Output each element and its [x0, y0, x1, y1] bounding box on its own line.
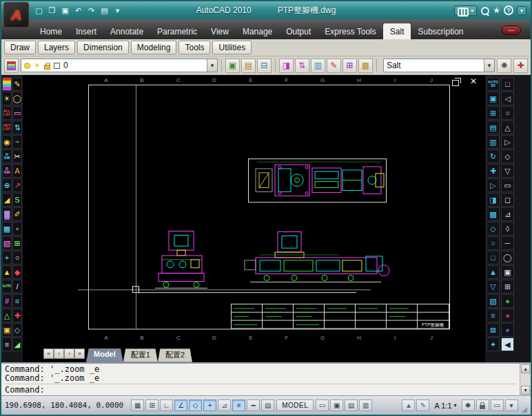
- layer-colors-tool[interactable]: [2, 77, 12, 91]
- quick-view-layouts-icon[interactable]: ▥: [359, 399, 372, 411]
- left-tool-icon[interactable]: ▲: [2, 265, 12, 279]
- toolbar-lock-icon[interactable]: [476, 399, 489, 411]
- right-tool-icon[interactable]: △: [501, 121, 514, 134]
- search-box[interactable]: ▾: [454, 6, 477, 16]
- layer-state-button-5[interactable]: ▩: [358, 59, 373, 73]
- layout-tab-scroll-0[interactable]: «: [43, 349, 54, 359]
- right-tool-icon[interactable]: ◇: [487, 222, 500, 236]
- help-icon[interactable]: ?: [504, 6, 513, 15]
- left-tool-icon[interactable]: ✐: [12, 207, 22, 221]
- left-tool-icon[interactable]: ✎: [12, 77, 22, 91]
- layout-tab-配置1[interactable]: 配置1: [123, 349, 158, 362]
- ribbon-tab-manage[interactable]: Manage: [236, 23, 279, 39]
- right-tool-icon[interactable]: ▣: [501, 265, 514, 279]
- ribbon-tab-home[interactable]: Home: [33, 23, 69, 39]
- left-tool-icon[interactable]: ↗: [12, 178, 22, 192]
- right-tool-icon[interactable]: ◊: [501, 222, 514, 236]
- right-tool-icon[interactable]: ▤: [487, 121, 500, 134]
- drawing-canvas[interactable]: PTP整腳機 ✕ AABBCCDDEEFFGGHHIIJJ: [23, 75, 485, 349]
- clean-screen-icon[interactable]: ▭: [491, 399, 504, 411]
- status-toggle-lwt[interactable]: ━: [247, 399, 260, 411]
- left-tool-icon[interactable]: ☀: [2, 92, 12, 105]
- auto-dim-tool[interactable]: AUTO: [2, 280, 12, 293]
- left-tool-icon[interactable]: ≡: [2, 337, 12, 351]
- right-tool-icon[interactable]: ─: [501, 236, 514, 250]
- left-tool-icon[interactable]: H SW: [2, 149, 12, 163]
- right-tool-icon[interactable]: ⊠: [487, 323, 500, 337]
- quick-view-drawings-icon[interactable]: ▤: [345, 399, 358, 411]
- left-tool-icon[interactable]: ⊕: [2, 178, 12, 192]
- left-tool-icon[interactable]: ≡: [12, 294, 22, 308]
- star-icon[interactable]: ★: [493, 6, 500, 15]
- ribbon-minimize-button[interactable]: —: [502, 25, 521, 35]
- left-tool-icon[interactable]: ◉: [2, 135, 12, 149]
- ribbon-tab-subscription[interactable]: Subscription: [411, 23, 470, 39]
- qat-open-icon[interactable]: ❒: [46, 5, 58, 17]
- right-tool-icon[interactable]: ○: [487, 236, 500, 250]
- right-tool-icon[interactable]: □: [487, 251, 500, 264]
- ribbon-tab-insert[interactable]: Insert: [69, 23, 103, 39]
- left-tool-icon[interactable]: ◯: [12, 92, 22, 105]
- left-tool-icon[interactable]: ◆: [12, 265, 22, 279]
- annotation-autoscale-icon[interactable]: ✎: [416, 399, 429, 411]
- status-toggle-snap[interactable]: ▦: [131, 399, 144, 411]
- status-toggle-dyn[interactable]: ≡: [232, 399, 245, 411]
- ribbon-tab-annotate[interactable]: Annotate: [103, 23, 150, 39]
- layer-state-button-4[interactable]: ⊞: [342, 59, 357, 73]
- gear-button[interactable]: ✺: [497, 59, 511, 73]
- panel-tab-tools[interactable]: Tools: [178, 41, 210, 54]
- ribbon-tab-express-tools[interactable]: Express Tools: [318, 23, 382, 39]
- left-tool-icon[interactable]: ▓: [2, 207, 12, 221]
- left-tool-icon[interactable]: ✚: [12, 309, 22, 322]
- resize-grip[interactable]: ◢: [522, 404, 527, 415]
- command-line-window[interactable]: Command: '_.zoom _e Command: '_.zoom _e …: [1, 362, 531, 395]
- status-toggle-polar[interactable]: ∠: [174, 399, 187, 411]
- status-menu-down-icon[interactable]: ▾: [505, 399, 518, 411]
- left-tool-icon[interactable]: #: [2, 294, 12, 308]
- right-tool-icon[interactable]: ▭: [501, 178, 514, 192]
- qat-menu-down-icon[interactable]: ▾: [112, 5, 123, 17]
- left-tool-icon[interactable]: ▣: [2, 323, 12, 337]
- layer-state-button-2[interactable]: ▥: [311, 59, 325, 73]
- right-tool-icon[interactable]: ▲: [487, 265, 500, 279]
- right-tool-icon[interactable]: ◀: [501, 337, 514, 351]
- left-tool-icon[interactable]: ◇: [12, 323, 22, 337]
- annotation-scale-button[interactable]: A 1:1 ▾: [431, 401, 459, 410]
- qat-undo-icon[interactable]: ↶: [72, 5, 84, 17]
- qat-redo-icon[interactable]: ↷: [85, 5, 97, 17]
- layer-state-button-3[interactable]: ✎: [327, 59, 341, 73]
- right-tool-icon[interactable]: ⊞: [501, 280, 514, 293]
- layout-model-icon[interactable]: ▭: [316, 399, 329, 411]
- status-toggle-otrack[interactable]: +: [203, 399, 216, 411]
- left-tool-icon[interactable]: ○: [12, 251, 22, 264]
- left-tool-icon[interactable]: ▧: [2, 236, 12, 250]
- chevron-down-icon[interactable]: ▼: [207, 59, 217, 72]
- all-lay-tool[interactable]: ALL LAY: [2, 106, 12, 120]
- layer-tool-button-0[interactable]: ▣: [225, 59, 240, 73]
- right-tool-icon[interactable]: ▽: [501, 164, 514, 178]
- qat-save-icon[interactable]: ▣: [59, 5, 71, 17]
- layer-select[interactable]: ☀ 0 ▼: [21, 59, 218, 72]
- workspace-gear-icon[interactable]: ✺: [462, 399, 475, 411]
- right-tool-icon[interactable]: ●: [501, 294, 514, 308]
- extra-tool-button[interactable]: ✚: [513, 59, 528, 73]
- status-toggle-ducs[interactable]: ⊿: [218, 399, 231, 411]
- right-tool-icon[interactable]: ▽: [487, 280, 500, 293]
- right-tool-icon[interactable]: ●: [501, 309, 514, 322]
- canvas-close-icon[interactable]: ✕: [470, 77, 477, 85]
- right-tool-icon[interactable]: ▥: [487, 135, 500, 149]
- layout-tab-scroll-1[interactable]: ‹: [54, 349, 64, 359]
- left-tool-icon[interactable]: ✂: [12, 149, 22, 163]
- right-tool-icon[interactable]: ▣: [487, 92, 500, 105]
- panel-tab-utilities[interactable]: Utilities: [212, 41, 252, 54]
- ribbon-tab-parametric[interactable]: Parametric: [150, 23, 204, 39]
- layer-state-button-0[interactable]: ◨: [279, 59, 294, 73]
- right-tool-icon[interactable]: ⊞: [487, 106, 500, 120]
- right-tool-icon[interactable]: ≡: [487, 309, 500, 322]
- right-tool-icon[interactable]: ◯: [501, 251, 514, 264]
- layer-tool-button-2[interactable]: ⊟: [257, 59, 272, 73]
- chevron-down-icon[interactable]: ▼: [484, 59, 494, 72]
- auto-3d-tool[interactable]: AUTO 3D: [487, 77, 500, 91]
- layout-1-icon[interactable]: ▣: [330, 399, 343, 411]
- right-tool-icon[interactable]: ⊿: [501, 207, 514, 221]
